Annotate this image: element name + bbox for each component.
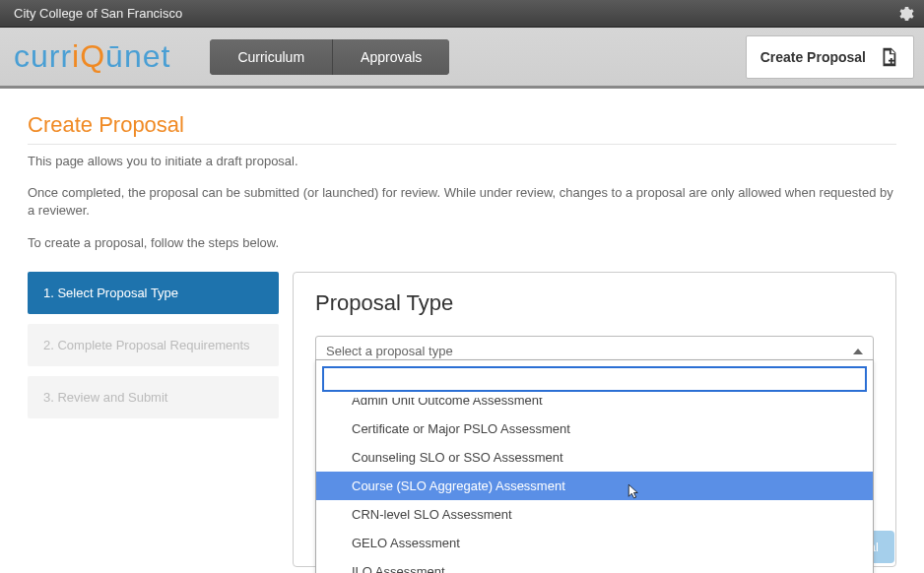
step-tab[interactable]: 2. Complete Proposal Requirements	[28, 324, 279, 366]
dropdown-option[interactable]: Admin Unit Outcome Assessment	[316, 398, 873, 414]
page-desc-3: To create a proposal, follow the steps b…	[28, 234, 896, 252]
dropdown-option[interactable]: Certificate or Major PSLO Assessment	[316, 414, 873, 443]
logo-part: iQ	[72, 38, 105, 75]
page-body: Create Proposal This page allows you to …	[0, 89, 924, 573]
page-desc-1: This page allows you to initiate a draft…	[28, 153, 896, 170]
dropdown-options: Admin Unit Outcome AssessmentCertificate…	[316, 398, 873, 573]
step-tab[interactable]: 1. Select Proposal Type	[28, 272, 279, 314]
panel-heading: Proposal Type	[315, 290, 874, 316]
nav-approvals[interactable]: Approvals	[332, 39, 449, 75]
logo-part: curr	[14, 38, 72, 75]
divider	[28, 144, 896, 145]
header-band: curr iQ ūnet Curriculum Approvals Create…	[0, 28, 924, 89]
org-name: City College of San Francisco	[14, 6, 182, 21]
create-proposal-label: Create Proposal	[760, 49, 866, 65]
logo-part: ūnet	[105, 38, 170, 75]
proposal-type-panel: Proposal Type Select a proposal type Adm…	[293, 272, 896, 567]
page-desc-2: Once completed, the proposal can be subm…	[28, 184, 896, 220]
content-split: 1. Select Proposal Type2. Complete Propo…	[28, 272, 896, 567]
proposal-type-placeholder: Select a proposal type	[326, 344, 453, 358]
nav-curriculum[interactable]: Curriculum	[210, 39, 332, 75]
dropdown-search-input[interactable]	[322, 366, 867, 392]
dropdown-option[interactable]: ILO Assessment	[316, 557, 873, 573]
dropdown-option[interactable]: GELO Assessment	[316, 529, 873, 557]
dropdown-option[interactable]: CRN-level SLO Assessment	[316, 500, 873, 529]
document-add-icon	[878, 46, 899, 68]
proposal-type-dropdown: Admin Unit Outcome AssessmentCertificate…	[315, 359, 874, 573]
create-proposal-button[interactable]: Create Proposal	[746, 35, 914, 79]
app-logo: curr iQ ūnet	[14, 38, 170, 75]
dropdown-option[interactable]: Course (SLO Aggregate) Assessment	[316, 472, 873, 500]
page-title: Create Proposal	[28, 112, 896, 138]
step-tab[interactable]: 3. Review and Submit	[28, 376, 279, 418]
topbar: City College of San Francisco	[0, 0, 924, 28]
chevron-up-icon	[853, 349, 863, 354]
gear-icon[interactable]	[896, 5, 914, 23]
dropdown-option[interactable]: Counseling SLO or SSO Assessment	[316, 443, 873, 472]
nav-group: Curriculum Approvals	[210, 39, 449, 75]
steps-list: 1. Select Proposal Type2. Complete Propo…	[28, 272, 279, 567]
